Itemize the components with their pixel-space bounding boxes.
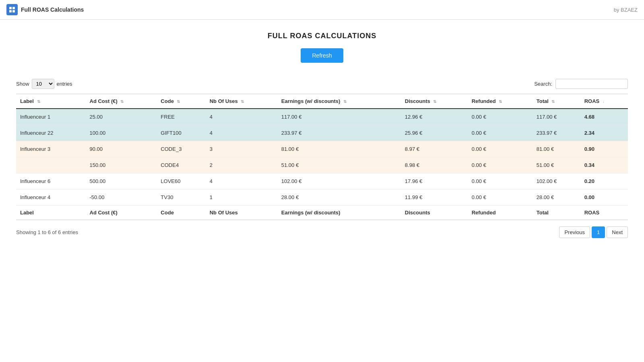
cell-discounts-5: 11.99 € <box>401 189 468 206</box>
cell-label-1: Influenceur 22 <box>16 125 86 141</box>
cell-ad_cost-4: 500.00 <box>86 173 157 189</box>
footer-earnings: Earnings (w/ discounts) <box>277 206 401 220</box>
footer-ad-cost: Ad Cost (€) <box>86 206 157 220</box>
cell-refunded-0: 0.00 € <box>468 109 533 125</box>
cell-total-5: 28.00 € <box>533 189 580 206</box>
previous-button[interactable]: Previous <box>559 226 590 238</box>
cell-label-4: Influenceur 6 <box>16 173 86 189</box>
cell-earnings-2: 81.00 € <box>277 141 401 157</box>
cell-code-0: FREE <box>157 109 205 125</box>
table-footer-row: Label Ad Cost (€) Code Nb Of Uses Earnin… <box>16 206 628 220</box>
col-header-earnings[interactable]: Earnings (w/ discounts) ⇅ <box>277 94 401 109</box>
table-row: Influenceur 22100.00GIFT1004233.97 €25.9… <box>16 125 628 141</box>
cell-discounts-3: 8.98 € <box>401 157 468 173</box>
page-title: FULL ROAS CALCULATIONS <box>16 32 628 40</box>
footer-code: Code <box>157 206 205 220</box>
sort-icon-label: ⇅ <box>37 99 40 104</box>
show-label: Show <box>16 81 29 87</box>
footer-roas: ROAS <box>580 206 628 220</box>
col-header-total[interactable]: Total ⇅ <box>533 94 580 109</box>
sort-icon-discounts: ⇅ <box>433 99 436 104</box>
cell-nb_uses-2: 3 <box>206 141 277 157</box>
cell-total-0: 117.00 € <box>533 109 580 125</box>
cell-nb_uses-4: 4 <box>206 173 277 189</box>
entries-select[interactable]: 10 5 25 50 100 <box>32 79 54 89</box>
data-table: Label ⇅ Ad Cost (€) ⇅ Code ⇅ Nb Of Uses … <box>16 94 628 220</box>
cell-code-3: CODE4 <box>157 157 205 173</box>
cell-earnings-0: 117.00 € <box>277 109 401 125</box>
sort-icon-roas: ↓ <box>603 99 605 104</box>
col-header-label[interactable]: Label ⇅ <box>16 94 86 109</box>
cell-discounts-0: 12.96 € <box>401 109 468 125</box>
cell-roas-0: 4.68 <box>580 109 628 125</box>
cell-refunded-5: 0.00 € <box>468 189 533 206</box>
cell-code-2: CODE_3 <box>157 141 205 157</box>
table-header-row: Label ⇅ Ad Cost (€) ⇅ Code ⇅ Nb Of Uses … <box>16 94 628 109</box>
col-header-refunded[interactable]: Refunded ⇅ <box>468 94 533 109</box>
cell-discounts-2: 8.97 € <box>401 141 468 157</box>
cell-label-0: Influenceur 1 <box>16 109 86 125</box>
cell-refunded-2: 0.00 € <box>468 141 533 157</box>
svg-rect-0 <box>9 7 12 9</box>
byline: by BZAEZ <box>614 7 638 13</box>
cell-ad_cost-3: 150.00 <box>86 157 157 173</box>
refresh-button-wrap: Refresh <box>16 48 628 63</box>
cell-earnings-5: 28.00 € <box>277 189 401 206</box>
cell-total-1: 233.97 € <box>533 125 580 141</box>
cell-refunded-4: 0.00 € <box>468 173 533 189</box>
entries-label: entries <box>57 81 72 87</box>
cell-code-5: TV30 <box>157 189 205 206</box>
page-1-button[interactable]: 1 <box>592 226 605 238</box>
cell-nb_uses-3: 2 <box>206 157 277 173</box>
cell-nb_uses-5: 1 <box>206 189 277 206</box>
cell-nb_uses-0: 4 <box>206 109 277 125</box>
refresh-button[interactable]: Refresh <box>301 48 343 63</box>
cell-ad_cost-5: -50.00 <box>86 189 157 206</box>
cell-roas-5: 0.00 <box>580 189 628 206</box>
sort-icon-refunded: ⇅ <box>499 99 502 104</box>
footer-total: Total <box>533 206 580 220</box>
table-row: Influenceur 6500.00LOVE604102.00 €17.96 … <box>16 173 628 189</box>
showing-text: Showing 1 to 6 of 6 entries <box>16 229 78 235</box>
next-button[interactable]: Next <box>607 226 628 238</box>
search-wrap: Search: <box>534 79 628 89</box>
table-row: Influenceur 4-50.00TV30128.00 €11.99 €0.… <box>16 189 628 206</box>
sort-icon-code: ⇅ <box>177 99 180 104</box>
table-controls: Show 10 5 25 50 100 entries Search: <box>16 79 628 89</box>
top-bar: Full ROAS Calculations by BZAEZ <box>0 0 644 20</box>
show-entries-control: Show 10 5 25 50 100 entries <box>16 79 72 89</box>
cell-refunded-3: 0.00 € <box>468 157 533 173</box>
svg-rect-2 <box>9 10 12 12</box>
cell-roas-3: 0.34 <box>580 157 628 173</box>
cell-ad_cost-2: 90.00 <box>86 141 157 157</box>
cell-label-2: Influenceur 3 <box>16 141 86 157</box>
cell-ad_cost-1: 100.00 <box>86 125 157 141</box>
sort-icon-nbuses: ⇅ <box>241 99 244 104</box>
cell-roas-1: 2.34 <box>580 125 628 141</box>
cell-label-3 <box>16 157 86 173</box>
app-icon <box>6 4 18 15</box>
col-header-roas[interactable]: ROAS ↓ <box>580 94 628 109</box>
search-label: Search: <box>534 81 552 87</box>
main-content: FULL ROAS CALCULATIONS Refresh Show 10 5… <box>0 20 644 250</box>
col-header-nb-uses[interactable]: Nb Of Uses ⇅ <box>206 94 277 109</box>
cell-total-4: 102.00 € <box>533 173 580 189</box>
cell-discounts-1: 25.96 € <box>401 125 468 141</box>
col-header-ad-cost[interactable]: Ad Cost (€) ⇅ <box>86 94 157 109</box>
app-title: Full ROAS Calculations <box>21 6 84 13</box>
cell-label-5: Influenceur 4 <box>16 189 86 206</box>
cell-total-3: 51.00 € <box>533 157 580 173</box>
cell-total-2: 81.00 € <box>533 141 580 157</box>
cell-code-4: LOVE60 <box>157 173 205 189</box>
table-row: 150.00CODE4251.00 €8.98 €0.00 €51.00 €0.… <box>16 157 628 173</box>
sort-icon-adcost: ⇅ <box>120 99 124 104</box>
col-header-discounts[interactable]: Discounts ⇅ <box>401 94 468 109</box>
search-input[interactable] <box>555 79 628 89</box>
footer-label: Label <box>16 206 86 220</box>
col-header-code[interactable]: Code ⇅ <box>157 94 205 109</box>
pagination-buttons: Previous 1 Next <box>559 226 628 238</box>
cell-nb_uses-1: 4 <box>206 125 277 141</box>
cell-code-1: GIFT100 <box>157 125 205 141</box>
cell-roas-4: 0.20 <box>580 173 628 189</box>
pagination-wrap: Showing 1 to 6 of 6 entries Previous 1 N… <box>16 226 628 238</box>
